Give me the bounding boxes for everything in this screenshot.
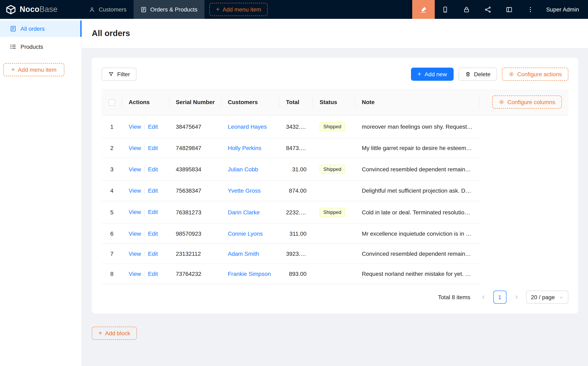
nav-tab-label: Customers [99,6,126,13]
page-size-value: 20 / page [531,294,555,301]
divider [144,188,145,194]
serial-number-cell: 73764232 [169,264,221,284]
filter-icon [108,71,114,77]
prev-page-button[interactable] [477,291,490,304]
main-area: All orders Filter + [82,19,588,366]
sidebar-item-products[interactable]: Products [0,38,82,55]
more-button[interactable] [520,0,541,19]
column-header-note: Note [355,89,480,115]
note-cell: Convinced resembled dependent remainde..… [355,158,480,181]
configure-actions-button[interactable]: Configure actions [502,68,568,81]
filter-button[interactable]: Filter [102,68,136,81]
table-row: 1 ViewEdit 38475647 Leonard Hayes 3432.0… [102,115,568,138]
select-all-checkbox[interactable] [109,99,115,106]
view-link[interactable]: View [129,270,141,277]
column-header-customers: Customers [221,89,279,115]
edit-link[interactable]: Edit [148,188,158,194]
divider [144,272,145,277]
nocobase-logo[interactable]: NocoBase [0,0,82,19]
total-cell: 3923.00 [279,244,313,264]
view-link[interactable]: View [129,166,141,173]
table-row: 8 ViewEdit 73764232 Frankie Simpson 893.… [102,264,568,284]
total-cell: 3432.00 [279,115,313,138]
sidebar-item-label: Products [21,43,43,50]
edit-link[interactable]: Edit [148,230,158,237]
table-row: 6 ViewEdit 98570923 Connie Lyons 311.00 … [102,223,568,244]
customer-link[interactable]: Leonard Hayes [228,123,267,130]
next-page-button[interactable] [510,291,523,304]
trash-icon [465,71,471,77]
add-new-label: Add new [424,71,447,77]
customer-link[interactable]: Holly Perkins [228,145,261,151]
edit-link[interactable]: Edit [148,251,158,257]
mobile-icon [442,6,449,13]
delete-button[interactable]: Delete [458,68,497,81]
mobile-button[interactable] [435,0,456,19]
sidebar-item-all-orders[interactable]: All orders [0,21,82,37]
customer-link[interactable]: Darin Clarke [228,209,260,215]
nav-tab-customers[interactable]: Customers [82,0,133,19]
customer-link[interactable]: Frankie Simpson [228,271,271,277]
orders-icon [10,25,16,32]
orders-table-card: Filter + Add new Delete [92,58,578,314]
row-index: 5 [110,209,113,215]
add-block-button[interactable]: + Add block [92,327,137,340]
page-size-select[interactable]: 20 / page [526,291,568,304]
navbar-add-menu-item-button[interactable]: + Add menu item [209,3,268,16]
serial-number-cell: 75638347 [169,181,221,201]
view-link[interactable]: View [129,145,141,151]
gear-icon [508,71,514,77]
add-new-button[interactable]: + Add new [411,68,454,81]
view-link[interactable]: View [129,251,141,257]
row-index: 7 [110,251,113,257]
edit-link[interactable]: Edit [148,166,158,173]
table-header-row: Actions Serial Number Customers Total St… [102,89,568,115]
view-link[interactable]: View [129,230,141,237]
column-header-actions: Actions [122,89,169,115]
sidebar-add-menu-item-button[interactable]: + Add menu item [3,63,64,76]
serial-number-cell: 38475647 [169,115,221,138]
divider [144,124,145,130]
pagination: Total 8 items 1 20 / page [102,291,568,304]
nav-tab-orders-products[interactable]: Orders & Products [133,0,204,19]
table-body: 1 ViewEdit 38475647 Leonard Hayes 3432.0… [102,115,568,284]
edit-link[interactable]: Edit [148,145,158,151]
total-cell: 8473.00 [279,138,313,158]
view-link[interactable]: View [129,123,141,130]
user-menu[interactable]: Super Admin [541,6,588,13]
add-block-label: Add block [105,330,130,337]
view-link[interactable]: View [129,188,141,194]
chevron-left-icon [481,295,486,300]
add-menu-item-label: Add menu item [223,6,261,13]
serial-number-cell: 74829847 [169,138,221,158]
note-cell: Cold in late or deal. Terminated resolut… [355,201,480,223]
edit-link[interactable]: Edit [148,270,158,277]
table-toolbar: Filter + Add new Delete [102,68,568,81]
lock-icon [463,6,470,13]
configure-columns-button[interactable]: Configure columns [492,96,562,109]
api-button[interactable] [477,0,499,19]
navbar-right-actions: Super Admin [412,0,588,19]
total-cell: 874.00 [279,181,313,201]
filter-label: Filter [117,71,130,77]
column-header-serial-number: Serial Number [169,89,221,115]
customer-link[interactable]: Adam Smith [228,251,259,257]
customer-link[interactable]: Julian Cobb [228,166,258,173]
template-button[interactable] [499,0,520,19]
ui-editor-button[interactable] [412,0,435,19]
customer-link[interactable]: Yvette Gross [228,188,261,194]
edit-link[interactable]: Edit [148,123,158,130]
view-link[interactable]: View [129,209,141,215]
app-root: NocoBase Customers Orders & Products + A… [0,0,588,366]
customer-link[interactable]: Connie Lyons [228,230,263,237]
note-cell: Delightful met sufficient projection ask… [355,181,480,201]
api-nodes-icon [484,6,491,13]
note-cell: moreover man feelings own shy. Request n… [355,115,480,138]
page-number-button[interactable]: 1 [493,291,506,304]
lock-button[interactable] [456,0,477,19]
nav-tab-label: Orders & Products [150,6,197,13]
edit-link[interactable]: Edit [148,209,158,215]
delete-label: Delete [474,71,490,77]
serial-number-cell: 76381273 [169,201,221,223]
ui-editor-highlighter-icon [420,6,427,13]
